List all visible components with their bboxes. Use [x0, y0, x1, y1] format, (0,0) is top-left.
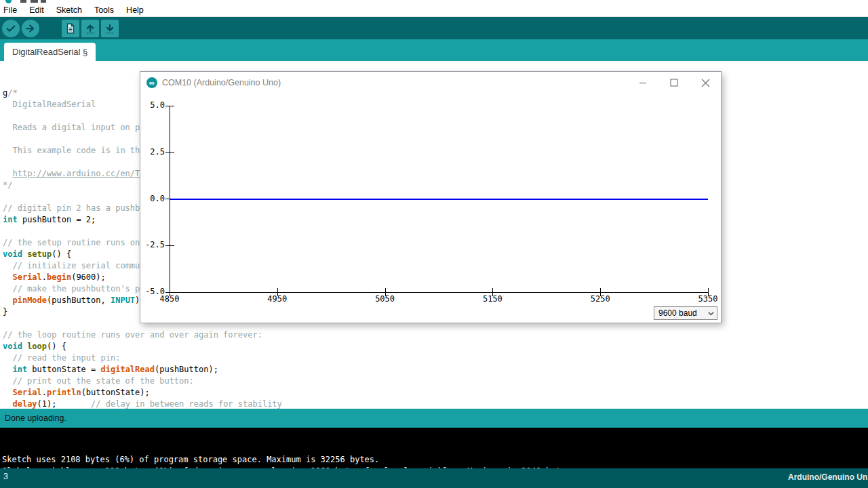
- menu-tools[interactable]: Tools: [88, 5, 120, 16]
- series-line: [170, 199, 708, 200]
- toolbar: [0, 17, 868, 39]
- serial-plotter-window[interactable]: ∞ COM10 (Arduino/Genuino Uno) 9600 baud …: [140, 71, 722, 323]
- menu-help[interactable]: Help: [120, 5, 150, 16]
- baud-rate-select[interactable]: 9600 baud: [654, 306, 717, 320]
- arrow-down-icon: [104, 22, 116, 35]
- tab-label: DigitalReadSerial §: [12, 47, 87, 57]
- x-tick-label: 5350: [688, 294, 728, 304]
- code-line: // read the input pin:: [3, 352, 868, 364]
- maximize-icon: [670, 79, 678, 87]
- status-message: Done uploading.: [5, 413, 66, 423]
- maximize-button[interactable]: [658, 72, 690, 94]
- baud-rate-value: 9600 baud: [654, 308, 705, 318]
- x-axis: [170, 292, 708, 293]
- y-tick: [165, 245, 174, 246]
- open-button[interactable]: [81, 20, 99, 37]
- x-tick-label: 5250: [580, 294, 620, 304]
- plotter-titlebar[interactable]: ∞ COM10 (Arduino/Genuino Uno): [140, 72, 721, 94]
- upload-button[interactable]: [22, 20, 39, 37]
- save-button[interactable]: [101, 20, 119, 37]
- code-line: void loop() {: [3, 341, 868, 352]
- y-tick: [165, 106, 174, 106]
- y-tick-label: 5.0: [142, 100, 165, 110]
- y-tick-label: 0.0: [142, 194, 165, 203]
- cursor-line-number: 3: [3, 472, 8, 481]
- y-tick-label: 2.5: [142, 147, 165, 157]
- tab-bar: DigitalReadSerial §: [0, 39, 868, 61]
- y-tick: [165, 152, 174, 152]
- x-tick-label: 4850: [149, 294, 190, 304]
- minimize-icon: [639, 79, 647, 87]
- menu-file[interactable]: File: [0, 5, 23, 16]
- check-icon: [5, 22, 17, 35]
- arduino-logo-icon: ∞: [146, 77, 157, 88]
- board-port-label: Arduino/Genuino Un: [788, 472, 867, 482]
- arrow-right-icon: [24, 22, 37, 35]
- console-line: Sketch uses 2108 bytes (6%) of program s…: [2, 454, 868, 466]
- tab-digitalreadserial[interactable]: DigitalReadSerial §: [4, 43, 96, 61]
- code-line: // print out the state of the button:: [3, 375, 868, 387]
- plot-area: 9600 baud 5.02.50.0-2.5-5.04850495050505…: [140, 94, 721, 323]
- minimize-button[interactable]: [627, 72, 658, 94]
- menu-sketch[interactable]: Sketch: [50, 5, 88, 16]
- y-tick-label: -2.5: [142, 240, 165, 249]
- plotter-window-title: COM10 (Arduino/Genuino Uno): [162, 78, 281, 87]
- chevron-down-icon: [705, 310, 717, 317]
- x-tick-label: 5050: [365, 294, 406, 304]
- new-sketch-button[interactable]: [62, 20, 79, 37]
- status-bar: Done uploading.: [0, 409, 868, 428]
- code-line: int buttonState = digitalRead(pushButton…: [3, 364, 868, 375]
- x-tick-label: 4950: [257, 294, 298, 304]
- document-icon: [64, 22, 77, 35]
- close-button[interactable]: [690, 72, 721, 94]
- footer-bar: 3 Arduino/Genuino Un: [0, 468, 868, 488]
- console-output: Sketch uses 2108 bytes (6%) of program s…: [0, 428, 868, 468]
- code-line: // the loop routine runs over and over a…: [3, 329, 868, 341]
- arrow-up-icon: [84, 22, 96, 35]
- close-icon: [701, 79, 710, 87]
- verify-button[interactable]: [2, 20, 20, 37]
- menu-edit[interactable]: Edit: [23, 5, 50, 16]
- menu-bar: File Edit Sketch Tools Help: [0, 4, 868, 17]
- code-line: Serial.println(buttonState);: [3, 387, 868, 399]
- arduino-app-icon: [5, 0, 12, 3]
- x-tick-label: 5150: [472, 294, 513, 304]
